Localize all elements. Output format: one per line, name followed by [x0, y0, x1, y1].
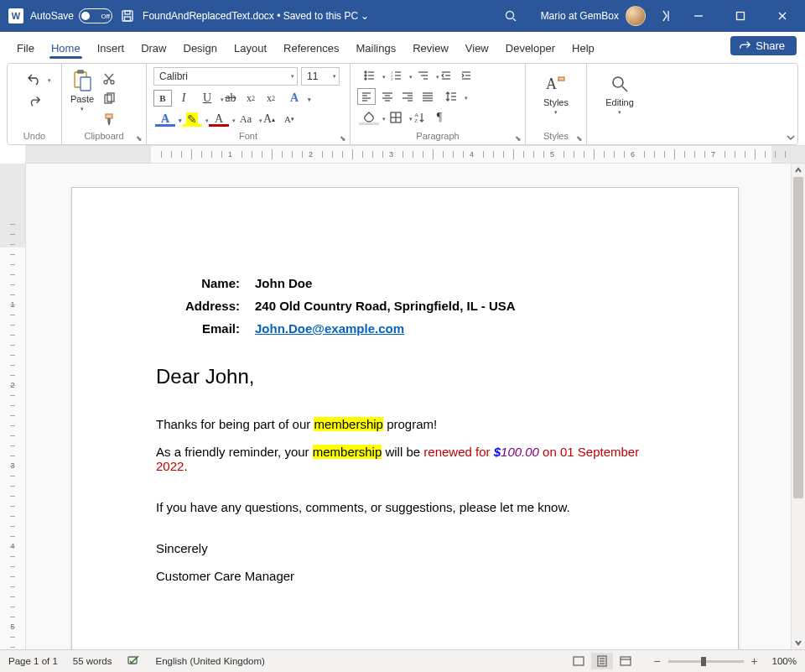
sort-button[interactable]: AZ — [411, 109, 428, 126]
scroll-up-button[interactable] — [792, 164, 805, 177]
svg-rect-2 — [125, 17, 131, 21]
svg-point-64 — [613, 77, 623, 87]
align-left-button[interactable] — [357, 88, 376, 105]
autosave-toggle[interactable]: AutoSave Off — [30, 8, 112, 23]
styles-button[interactable]: A Styles ▾ — [542, 70, 570, 117]
collapse-ribbon-button[interactable] — [785, 133, 797, 142]
share-button[interactable]: Share — [730, 36, 797, 55]
page-indicator[interactable]: Page 1 of 1 — [8, 656, 58, 666]
email-link[interactable]: John.Doe@example.com — [255, 321, 404, 336]
font-size-combo[interactable]: 11▾ — [301, 67, 340, 86]
zoom-out-button[interactable]: − — [652, 654, 663, 668]
tab-file[interactable]: File — [8, 37, 43, 59]
text-styles-button[interactable]: A▾ — [153, 111, 177, 128]
paste-button[interactable]: Paste ▾ — [69, 67, 96, 114]
language-indicator[interactable]: English (United Kingdom) — [156, 656, 265, 666]
bullets-button[interactable]: ▾ — [357, 67, 381, 84]
tab-draw[interactable]: Draw — [132, 37, 174, 59]
ruler-number: 4 — [470, 146, 474, 163]
paragraph-launcher[interactable]: ⬊ — [513, 133, 523, 143]
maximize-button[interactable] — [723, 0, 758, 32]
tab-mailings[interactable]: Mailings — [348, 37, 405, 59]
tab-references[interactable]: References — [275, 37, 347, 59]
group-clipboard-label: Clipboard — [69, 129, 139, 143]
minimize-button[interactable] — [681, 0, 716, 32]
grow-font-button[interactable]: A▴ — [261, 111, 278, 128]
info-table: Name: John Doe Address: 240 Old Country … — [156, 272, 531, 340]
search-icon[interactable] — [502, 8, 519, 24]
shrink-font-button[interactable]: A▾ — [281, 111, 298, 128]
line-spacing-button[interactable]: ▾ — [439, 88, 463, 105]
italic-button[interactable]: I — [175, 90, 192, 107]
borders-button[interactable]: ▾ — [384, 109, 408, 126]
print-layout-button[interactable] — [591, 653, 613, 669]
web-layout-button[interactable] — [615, 653, 636, 669]
close-button[interactable] — [765, 0, 800, 32]
decrease-indent-button[interactable] — [438, 67, 454, 84]
zoom-slider[interactable] — [668, 660, 744, 663]
user-name[interactable]: Mario at GemBox — [541, 10, 619, 22]
styles-launcher[interactable]: ⬊ — [574, 133, 584, 143]
save-icon[interactable] — [119, 8, 136, 24]
tab-review[interactable]: Review — [404, 37, 457, 59]
font-name-value: Calibri — [159, 70, 188, 82]
font-launcher[interactable]: ⬊ — [338, 133, 348, 143]
highlight-button[interactable]: ✎▾ — [180, 111, 204, 128]
word-count[interactable]: 55 words — [73, 656, 112, 666]
strikethrough-button[interactable]: ab — [222, 90, 239, 107]
tab-insert[interactable]: Insert — [89, 37, 133, 59]
tab-layout[interactable]: Layout — [226, 37, 275, 59]
ruler-number: 5 — [550, 146, 554, 163]
show-marks-button[interactable]: ¶ — [431, 109, 448, 126]
shading-button[interactable]: ▾ — [357, 109, 381, 126]
page[interactable]: Name: John Doe Address: 240 Old Country … — [71, 187, 739, 649]
text-effects-button[interactable]: A▾ — [283, 90, 306, 107]
tab-view[interactable]: View — [457, 37, 497, 59]
numbering-button[interactable]: 123▾ — [384, 67, 408, 84]
scroll-down-button[interactable] — [792, 636, 805, 649]
tab-home[interactable]: Home — [43, 37, 89, 59]
vertical-scrollbar[interactable] — [791, 164, 805, 649]
zoom-in-button[interactable]: + — [749, 654, 761, 668]
ruler-number: 2 — [309, 146, 313, 163]
svg-point-12 — [104, 81, 107, 84]
document-canvas[interactable]: Name: John Doe Address: 240 Old Country … — [26, 164, 791, 649]
justify-button[interactable] — [419, 88, 436, 105]
clipboard-launcher[interactable]: ⬊ — [134, 133, 144, 143]
tab-developer[interactable]: Developer — [497, 37, 564, 59]
email-label: Email: — [156, 317, 255, 340]
group-paragraph-label: Paragraph — [357, 129, 518, 143]
undo-button[interactable]: ▾ — [23, 70, 46, 87]
superscript-button[interactable]: x2 — [262, 90, 279, 107]
format-painter-button[interactable] — [101, 111, 117, 128]
cut-button[interactable] — [101, 70, 117, 87]
bold-button[interactable]: B — [153, 90, 172, 107]
document-title[interactable]: FoundAndReplacedText.docx • Saved to thi… — [143, 10, 369, 22]
subscript-button[interactable]: x2 — [242, 90, 259, 107]
underline-button[interactable]: U▾ — [195, 90, 219, 107]
svg-line-65 — [622, 86, 627, 91]
vertical-ruler[interactable]: 12345 — [0, 164, 26, 649]
increase-indent-button[interactable] — [458, 67, 475, 84]
group-undo-label: Undo — [14, 129, 55, 143]
tab-help[interactable]: Help — [564, 37, 603, 59]
editing-button[interactable]: Editing ▾ — [604, 70, 636, 117]
zoom-level[interactable]: 100% — [772, 656, 797, 666]
horizontal-ruler[interactable]: 1234567 — [25, 145, 805, 164]
spell-check-icon[interactable] — [127, 655, 141, 667]
focus-mode-button[interactable] — [568, 653, 589, 669]
align-center-button[interactable] — [379, 88, 396, 105]
font-size-value: 11 — [307, 70, 318, 82]
scroll-thumb[interactable] — [793, 177, 803, 498]
tab-design[interactable]: Design — [175, 37, 226, 59]
multilevel-button[interactable]: ▾ — [411, 67, 434, 84]
redo-button[interactable] — [26, 92, 43, 109]
copy-button[interactable] — [101, 91, 117, 107]
font-color-button[interactable]: A▾ — [207, 111, 231, 128]
align-right-button[interactable] — [399, 88, 416, 105]
change-case-button[interactable]: Aa▾ — [234, 111, 257, 128]
paste-label: Paste — [70, 94, 94, 104]
font-name-combo[interactable]: Calibri▾ — [153, 67, 298, 86]
avatar[interactable] — [626, 6, 646, 26]
coming-soon-icon[interactable] — [657, 8, 674, 24]
